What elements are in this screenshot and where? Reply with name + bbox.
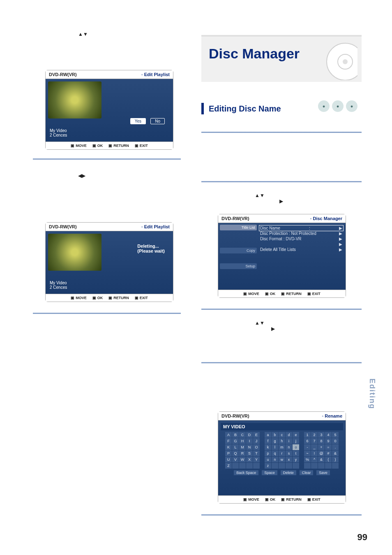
key[interactable]: r (279, 451, 285, 456)
row-disc-format[interactable]: Disc Format : DVD-VR▶ (259, 236, 343, 242)
clear-button[interactable]: Clear (300, 470, 314, 475)
key[interactable] (232, 463, 239, 469)
key[interactable]: . (332, 444, 339, 450)
key[interactable]: S (246, 451, 253, 456)
key[interactable]: j (293, 438, 299, 444)
key[interactable]: N (246, 444, 253, 450)
save-button[interactable]: Save (316, 470, 330, 475)
key[interactable]: X (246, 457, 253, 462)
key[interactable] (286, 463, 292, 469)
key[interactable]: x (286, 457, 292, 462)
key[interactable]: l (272, 444, 278, 450)
key[interactable]: w (279, 457, 285, 462)
key[interactable]: n (286, 444, 292, 450)
key[interactable]: 1 (304, 432, 311, 438)
key[interactable]: + (318, 444, 325, 450)
key[interactable]: Z (225, 463, 232, 469)
backspace-button[interactable]: Back Space (234, 470, 258, 475)
key[interactable]: 4 (325, 432, 332, 438)
key[interactable]: E (253, 432, 260, 438)
key[interactable]: V (232, 457, 239, 462)
side-title-list[interactable]: Title List (220, 225, 257, 230)
key[interactable] (311, 463, 318, 469)
key[interactable]: % (304, 457, 311, 462)
key[interactable] (246, 463, 253, 469)
key[interactable]: W (239, 457, 246, 462)
key[interactable]: 3 (318, 432, 325, 438)
key[interactable]: ( (325, 457, 332, 462)
key[interactable]: 0 (332, 438, 339, 444)
key[interactable] (239, 463, 246, 469)
key[interactable]: z (265, 463, 271, 469)
key[interactable]: U (225, 457, 232, 462)
key[interactable] (253, 463, 260, 469)
space-button[interactable]: Space (262, 470, 277, 475)
key[interactable]: q (272, 451, 278, 456)
key[interactable]: m (279, 444, 285, 450)
key[interactable]: F (225, 438, 232, 444)
key[interactable]: g (272, 438, 278, 444)
key[interactable]: d (286, 432, 292, 438)
key[interactable]: & (318, 457, 325, 462)
key[interactable]: G (232, 438, 239, 444)
key[interactable]: & (332, 451, 339, 456)
key[interactable]: _ (311, 444, 318, 450)
side-setup[interactable]: Setup (220, 263, 257, 269)
row-disc-protection[interactable]: Disc Protection : Not Protected▶ (259, 231, 343, 236)
key[interactable]: R (239, 451, 246, 456)
key[interactable]: t (293, 451, 299, 456)
key[interactable]: H (239, 438, 246, 444)
row-delete-all[interactable]: Delete All Title Lists▶ (259, 247, 343, 252)
key[interactable]: p (265, 451, 271, 456)
key[interactable]: i (286, 438, 292, 444)
key[interactable]: h (279, 438, 285, 444)
key[interactable]: ) (332, 457, 339, 462)
key[interactable]: s (286, 451, 292, 456)
key[interactable]: L (232, 444, 239, 450)
key[interactable]: D (246, 432, 253, 438)
key[interactable]: o (293, 444, 299, 450)
key[interactable]: Q (232, 451, 239, 456)
key[interactable] (272, 463, 278, 469)
key[interactable]: - (304, 444, 311, 450)
key[interactable]: ^ (311, 457, 318, 462)
key[interactable]: Y (253, 457, 260, 462)
key[interactable]: y (293, 457, 299, 462)
key[interactable]: b (272, 432, 278, 438)
key[interactable]: 7 (311, 438, 318, 444)
key[interactable]: 6 (304, 438, 311, 444)
key[interactable]: B (232, 432, 239, 438)
key[interactable] (279, 463, 285, 469)
keys-upper[interactable]: ABCDEFGHIJKLMNOPQRSTUVWXYZ (225, 432, 260, 469)
key[interactable] (318, 463, 325, 469)
key[interactable]: I (246, 438, 253, 444)
keys-lower[interactable]: abcdefghijklmnopqrstunwxyz (265, 432, 299, 469)
key[interactable]: ! (311, 451, 318, 456)
key[interactable]: J (253, 438, 260, 444)
yes-button[interactable]: Yes (130, 118, 146, 124)
key[interactable]: A (225, 432, 232, 438)
key[interactable]: 9 (325, 438, 332, 444)
delete-button[interactable]: Delete (281, 470, 296, 475)
key[interactable]: a (265, 432, 271, 438)
key[interactable]: 8 (318, 438, 325, 444)
key[interactable]: # (325, 451, 332, 456)
key[interactable] (304, 463, 311, 469)
key[interactable]: C (239, 432, 246, 438)
key[interactable]: @ (318, 451, 325, 456)
key[interactable]: P (225, 451, 232, 456)
key[interactable]: k (265, 444, 271, 450)
key[interactable]: n (272, 457, 278, 462)
key[interactable]: 2 (311, 432, 318, 438)
key[interactable]: f (265, 438, 271, 444)
key[interactable]: 5 (332, 432, 339, 438)
key[interactable]: e (293, 432, 299, 438)
key[interactable]: K (225, 444, 232, 450)
key[interactable] (293, 463, 299, 469)
key[interactable] (332, 463, 339, 469)
key[interactable]: O (253, 444, 260, 450)
key[interactable]: M (239, 444, 246, 450)
row-disc-name[interactable]: Disc Name:▶ (259, 225, 343, 231)
key[interactable]: = (325, 444, 332, 450)
key[interactable] (325, 463, 332, 469)
